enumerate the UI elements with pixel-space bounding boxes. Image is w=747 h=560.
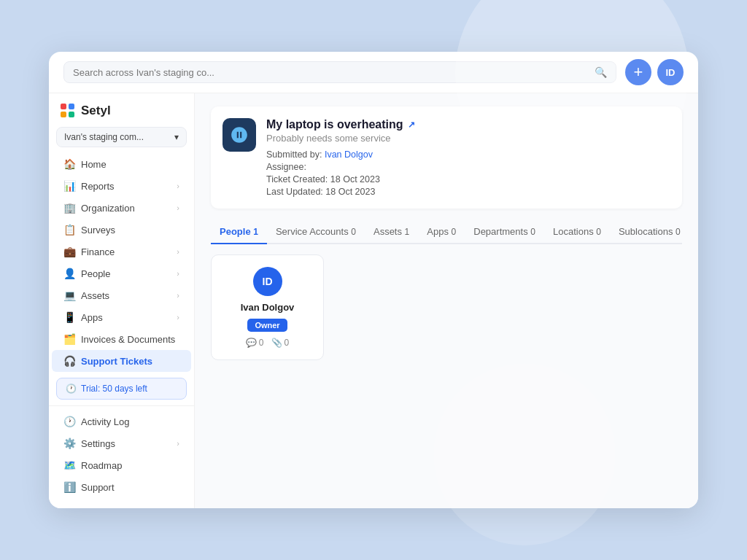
app-name-label: Setyl <box>81 104 111 118</box>
tab-assets[interactable]: Assets 1 <box>365 220 418 244</box>
header-actions: + ID <box>625 59 684 85</box>
tab-locations[interactable]: Locations 0 <box>544 220 610 244</box>
ticket-created-date: 18 Oct 2023 <box>330 174 380 184</box>
attachments-count: 0 <box>285 338 290 348</box>
org-chevron-icon: ▾ <box>174 132 179 142</box>
trial-banner[interactable]: 🕐 Trial: 50 days left <box>56 378 187 400</box>
sidebar-item-label: Surveys <box>81 225 115 236</box>
add-button[interactable]: + <box>625 59 651 85</box>
main-content: My laptop is overheating ↗ Probably need… <box>195 93 698 508</box>
ticket-meta: Submitted by: Ivan Dolgov Assignee: Tick… <box>266 149 415 197</box>
sidebar-item-support-tickets[interactable]: 🎧 Support Tickets <box>52 350 191 372</box>
tab-sublocations-count: 0 <box>676 227 681 237</box>
chevron-right-icon: › <box>177 439 179 448</box>
sidebar-item-activity-log[interactable]: 🕐 Activity Log <box>52 411 191 432</box>
person-actions: 💬 0 📎 0 <box>246 338 289 348</box>
trial-clock-icon: 🕐 <box>66 384 77 394</box>
tab-legal-entities[interactable]: Legal Entities 0 <box>689 220 698 244</box>
surveys-icon: 📋 <box>63 224 75 236</box>
sidebar-item-label: People <box>81 268 110 279</box>
sidebar-item-home[interactable]: 🏠 Home <box>52 153 191 175</box>
sidebar-item-invoices[interactable]: 🗂️ Invoices & Documents <box>52 328 191 350</box>
trial-label: Trial: 50 days left <box>81 384 147 394</box>
sidebar-nav: 🏠 Home 📊 Reports › 🏢 Organization <box>49 153 194 372</box>
sidebar-item-settings[interactable]: ⚙️ Settings › <box>52 432 191 454</box>
sidebar: Setyl Ivan's staging com... ▾ 🏠 Home 📊 R… <box>49 93 195 508</box>
chevron-right-icon: › <box>177 247 179 256</box>
apps-icon: 📱 <box>63 311 75 323</box>
org-selector[interactable]: Ivan's staging com... ▾ <box>56 127 187 147</box>
tab-apps[interactable]: Apps 0 <box>418 220 465 244</box>
chevron-right-icon: › <box>177 291 179 300</box>
chevron-right-icon: › <box>177 269 179 278</box>
person-attachments: 📎 0 <box>271 338 290 348</box>
sidebar-item-label: Invoices & Documents <box>81 334 175 345</box>
sidebar-item-label: Reports <box>81 181 115 192</box>
tab-service-accounts-count: 0 <box>351 227 356 237</box>
user-avatar-button[interactable]: ID <box>657 59 684 85</box>
sidebar-bottom: 🕐 Activity Log ⚙️ Settings › 🗺️ Roadmap <box>49 405 194 498</box>
assets-icon: 💻 <box>63 289 75 301</box>
comments-count: 0 <box>259 338 264 348</box>
tab-locations-count: 0 <box>596 227 601 237</box>
sidebar-item-label: Home <box>81 159 107 170</box>
person-name: Ivan Dolgov <box>241 302 295 313</box>
app-window: 🔍 + ID Setyl Ivan's staging com... ▾ <box>49 52 698 508</box>
tab-departments[interactable]: Departments 0 <box>465 220 544 244</box>
home-icon: 🏠 <box>63 158 75 170</box>
person-comments: 💬 0 <box>246 338 264 348</box>
submitted-by-link[interactable]: Ivan Dolgov <box>325 149 373 160</box>
assignee-row: Assignee: <box>266 162 415 172</box>
sidebar-item-reports[interactable]: 📊 Reports › <box>52 175 191 197</box>
people-icon: 👤 <box>63 268 75 279</box>
invoices-icon: 🗂️ <box>63 333 75 345</box>
organization-icon: 🏢 <box>63 202 75 214</box>
tab-apps-count: 0 <box>452 227 457 237</box>
last-updated-date: 18 Oct 2023 <box>325 187 375 197</box>
chevron-right-icon: › <box>177 313 179 322</box>
tabs-bar: People 1 Service Accounts 0 Assets 1 App… <box>211 220 682 244</box>
sidebar-item-finance[interactable]: 💼 Finance › <box>52 241 191 262</box>
sidebar-item-organization[interactable]: 🏢 Organization › <box>52 197 191 219</box>
submitted-by: Submitted by: Ivan Dolgov <box>266 149 415 160</box>
reports-icon: 📊 <box>63 180 75 192</box>
app-body: Setyl Ivan's staging com... ▾ 🏠 Home 📊 R… <box>49 93 698 508</box>
external-link-icon[interactable]: ↗ <box>408 120 415 130</box>
sidebar-item-label: Roadmap <box>81 460 122 471</box>
chevron-right-icon: › <box>177 182 179 190</box>
sidebar-item-people[interactable]: 👤 People › <box>52 262 191 284</box>
comment-icon: 💬 <box>246 338 257 348</box>
sidebar-item-label: Support <box>81 482 115 493</box>
person-card[interactable]: ID Ivan Dolgov Owner 💬 0 📎 0 <box>211 254 324 360</box>
tab-sublocations[interactable]: Sublocations 0 <box>610 220 689 244</box>
sidebar-item-assets[interactable]: 💻 Assets › <box>52 284 191 306</box>
ticket-subtitle: Probably needs some service <box>266 133 415 144</box>
org-name-label: Ivan's staging com... <box>64 132 144 142</box>
sidebar-item-label: Apps <box>81 312 103 323</box>
activity-log-icon: 🕐 <box>63 416 75 427</box>
ticket-type-icon <box>222 118 256 152</box>
sidebar-item-label: Assets <box>81 290 109 301</box>
search-bar[interactable]: 🔍 <box>63 61 616 83</box>
sidebar-item-apps[interactable]: 📱 Apps › <box>52 306 191 328</box>
search-input[interactable] <box>73 67 589 78</box>
tab-service-accounts[interactable]: Service Accounts 0 <box>267 220 365 244</box>
ticket-created-row: Ticket Created: 18 Oct 2023 <box>266 174 415 184</box>
person-avatar: ID <box>253 267 282 296</box>
sidebar-item-label: Support Tickets <box>81 356 152 367</box>
ticket-info: My laptop is overheating ↗ Probably need… <box>266 118 415 197</box>
sidebar-item-roadmap[interactable]: 🗺️ Roadmap <box>52 454 191 476</box>
sidebar-item-support[interactable]: ℹ️ Support <box>52 476 191 498</box>
tab-people[interactable]: People 1 <box>211 220 267 244</box>
sidebar-item-surveys[interactable]: 📋 Surveys <box>52 219 191 241</box>
support-tickets-icon: 🎧 <box>63 355 75 367</box>
ticket-header-card: My laptop is overheating ↗ Probably need… <box>211 106 682 209</box>
attachment-icon: 📎 <box>271 338 282 348</box>
ticket-title: My laptop is overheating ↗ <box>266 118 415 131</box>
logo-icon <box>61 104 75 118</box>
chevron-right-icon: › <box>177 203 179 212</box>
sidebar-item-label: Settings <box>81 438 115 449</box>
tab-people-count: 1 <box>253 227 258 237</box>
tab-assets-count: 1 <box>405 227 410 237</box>
sidebar-item-label: Activity Log <box>81 416 129 427</box>
